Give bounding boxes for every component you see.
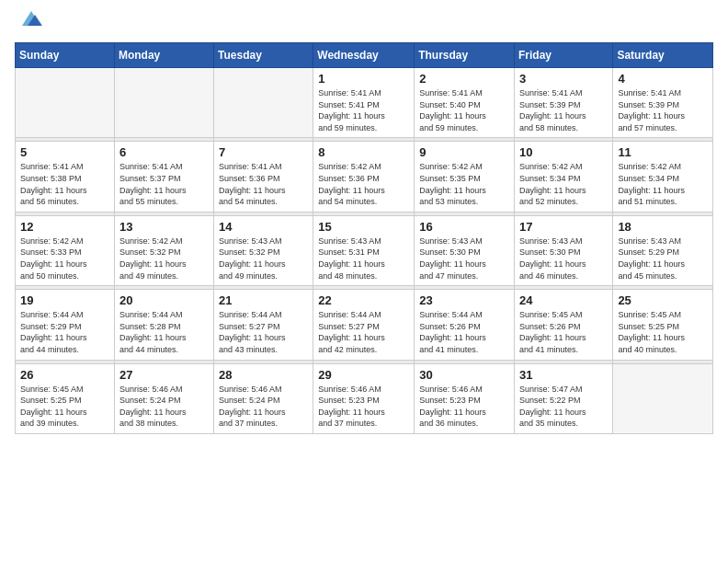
day-info: Sunrise: 5:41 AM Sunset: 5:41 PM Dayligh… [318, 87, 409, 133]
calendar-week-5: 26Sunrise: 5:45 AM Sunset: 5:25 PM Dayli… [16, 363, 713, 433]
calendar-cell: 3Sunrise: 5:41 AM Sunset: 5:39 PM Daylig… [514, 68, 612, 138]
calendar-cell: 11Sunrise: 5:42 AM Sunset: 5:34 PM Dayli… [613, 142, 713, 212]
calendar-cell: 23Sunrise: 5:44 AM Sunset: 5:26 PM Dayli… [415, 290, 515, 360]
day-number: 3 [519, 72, 608, 86]
day-info: Sunrise: 5:47 AM Sunset: 5:22 PM Dayligh… [519, 384, 608, 430]
calendar-week-4: 19Sunrise: 5:44 AM Sunset: 5:29 PM Dayli… [16, 290, 713, 360]
calendar-cell: 14Sunrise: 5:43 AM Sunset: 5:32 PM Dayli… [214, 215, 313, 285]
weekday-header-sunday: Sunday [16, 43, 115, 68]
day-number: 24 [519, 293, 608, 307]
day-number: 30 [419, 368, 509, 382]
calendar-week-3: 12Sunrise: 5:42 AM Sunset: 5:33 PM Dayli… [16, 215, 713, 285]
calendar-cell: 16Sunrise: 5:43 AM Sunset: 5:30 PM Dayli… [415, 215, 515, 285]
day-info: Sunrise: 5:44 AM Sunset: 5:27 PM Dayligh… [318, 309, 409, 355]
calendar-cell: 17Sunrise: 5:43 AM Sunset: 5:30 PM Dayli… [514, 215, 612, 285]
day-number: 31 [519, 368, 608, 382]
day-info: Sunrise: 5:42 AM Sunset: 5:35 PM Dayligh… [419, 161, 509, 207]
day-info: Sunrise: 5:43 AM Sunset: 5:32 PM Dayligh… [219, 236, 308, 282]
calendar-cell: 19Sunrise: 5:44 AM Sunset: 5:29 PM Dayli… [16, 290, 115, 360]
day-number: 19 [20, 293, 109, 307]
day-info: Sunrise: 5:45 AM Sunset: 5:25 PM Dayligh… [20, 384, 109, 430]
day-number: 25 [618, 293, 708, 307]
calendar-cell: 18Sunrise: 5:43 AM Sunset: 5:29 PM Dayli… [613, 215, 713, 285]
day-number: 5 [20, 145, 109, 159]
day-number: 28 [219, 368, 308, 382]
day-info: Sunrise: 5:45 AM Sunset: 5:26 PM Dayligh… [519, 309, 608, 355]
day-number: 20 [119, 293, 209, 307]
weekday-header-friday: Friday [514, 43, 612, 68]
day-info: Sunrise: 5:43 AM Sunset: 5:31 PM Dayligh… [318, 236, 409, 282]
calendar-cell: 2Sunrise: 5:41 AM Sunset: 5:40 PM Daylig… [415, 68, 515, 138]
weekday-header-monday: Monday [114, 43, 213, 68]
calendar-cell [214, 68, 313, 138]
calendar-cell: 22Sunrise: 5:44 AM Sunset: 5:27 PM Dayli… [313, 290, 415, 360]
day-info: Sunrise: 5:44 AM Sunset: 5:28 PM Dayligh… [119, 309, 209, 355]
day-info: Sunrise: 5:42 AM Sunset: 5:36 PM Dayligh… [318, 161, 409, 207]
calendar-cell: 24Sunrise: 5:45 AM Sunset: 5:26 PM Dayli… [514, 290, 612, 360]
day-number: 12 [20, 220, 109, 234]
day-number: 14 [219, 220, 308, 234]
day-info: Sunrise: 5:43 AM Sunset: 5:30 PM Dayligh… [519, 236, 608, 282]
day-info: Sunrise: 5:44 AM Sunset: 5:27 PM Dayligh… [219, 309, 308, 355]
calendar-cell: 26Sunrise: 5:45 AM Sunset: 5:25 PM Dayli… [16, 363, 115, 433]
day-info: Sunrise: 5:41 AM Sunset: 5:39 PM Dayligh… [618, 87, 708, 133]
day-number: 22 [318, 293, 409, 307]
calendar-cell: 13Sunrise: 5:42 AM Sunset: 5:32 PM Dayli… [114, 215, 213, 285]
calendar-cell: 5Sunrise: 5:41 AM Sunset: 5:38 PM Daylig… [16, 142, 115, 212]
calendar-cell: 28Sunrise: 5:46 AM Sunset: 5:24 PM Dayli… [214, 363, 313, 433]
day-number: 18 [618, 220, 708, 234]
day-number: 17 [519, 220, 608, 234]
day-info: Sunrise: 5:46 AM Sunset: 5:24 PM Dayligh… [119, 384, 209, 430]
calendar-cell: 29Sunrise: 5:46 AM Sunset: 5:23 PM Dayli… [313, 363, 415, 433]
day-info: Sunrise: 5:41 AM Sunset: 5:38 PM Dayligh… [20, 161, 109, 207]
calendar-cell: 1Sunrise: 5:41 AM Sunset: 5:41 PM Daylig… [313, 68, 415, 138]
day-info: Sunrise: 5:43 AM Sunset: 5:30 PM Dayligh… [419, 236, 509, 282]
calendar-cell: 21Sunrise: 5:44 AM Sunset: 5:27 PM Dayli… [214, 290, 313, 360]
day-number: 13 [119, 220, 209, 234]
day-info: Sunrise: 5:42 AM Sunset: 5:34 PM Dayligh… [618, 161, 708, 207]
day-info: Sunrise: 5:41 AM Sunset: 5:39 PM Dayligh… [519, 87, 608, 133]
page-header [15, 15, 713, 31]
day-number: 27 [119, 368, 209, 382]
logo-icon [18, 9, 44, 31]
weekday-header-thursday: Thursday [415, 43, 515, 68]
day-number: 2 [419, 72, 509, 86]
calendar-cell: 4Sunrise: 5:41 AM Sunset: 5:39 PM Daylig… [613, 68, 713, 138]
calendar-cell: 10Sunrise: 5:42 AM Sunset: 5:34 PM Dayli… [514, 142, 612, 212]
day-info: Sunrise: 5:42 AM Sunset: 5:34 PM Dayligh… [519, 161, 608, 207]
day-info: Sunrise: 5:41 AM Sunset: 5:37 PM Dayligh… [119, 161, 209, 207]
day-info: Sunrise: 5:41 AM Sunset: 5:36 PM Dayligh… [219, 161, 308, 207]
day-number: 7 [219, 145, 308, 159]
day-info: Sunrise: 5:45 AM Sunset: 5:25 PM Dayligh… [618, 309, 708, 355]
calendar-cell: 30Sunrise: 5:46 AM Sunset: 5:23 PM Dayli… [415, 363, 515, 433]
day-info: Sunrise: 5:46 AM Sunset: 5:23 PM Dayligh… [419, 384, 509, 430]
day-info: Sunrise: 5:41 AM Sunset: 5:40 PM Dayligh… [419, 87, 509, 133]
day-number: 26 [20, 368, 109, 382]
calendar-cell: 31Sunrise: 5:47 AM Sunset: 5:22 PM Dayli… [514, 363, 612, 433]
day-number: 29 [318, 368, 409, 382]
calendar-week-1: 1Sunrise: 5:41 AM Sunset: 5:41 PM Daylig… [16, 68, 713, 138]
calendar-cell: 20Sunrise: 5:44 AM Sunset: 5:28 PM Dayli… [114, 290, 213, 360]
weekday-header-tuesday: Tuesday [214, 43, 313, 68]
day-number: 21 [219, 293, 308, 307]
day-number: 6 [119, 145, 209, 159]
day-info: Sunrise: 5:46 AM Sunset: 5:23 PM Dayligh… [318, 384, 409, 430]
day-info: Sunrise: 5:43 AM Sunset: 5:29 PM Dayligh… [618, 236, 708, 282]
day-number: 1 [318, 72, 409, 86]
calendar-cell [16, 68, 115, 138]
day-number: 8 [318, 145, 409, 159]
day-info: Sunrise: 5:44 AM Sunset: 5:26 PM Dayligh… [419, 309, 509, 355]
calendar-table: SundayMondayTuesdayWednesdayThursdayFrid… [15, 42, 713, 434]
calendar-cell [613, 363, 713, 433]
weekday-header-row: SundayMondayTuesdayWednesdayThursdayFrid… [16, 43, 713, 68]
calendar-cell: 6Sunrise: 5:41 AM Sunset: 5:37 PM Daylig… [114, 142, 213, 212]
calendar-cell: 9Sunrise: 5:42 AM Sunset: 5:35 PM Daylig… [415, 142, 515, 212]
day-number: 10 [519, 145, 608, 159]
weekday-header-wednesday: Wednesday [313, 43, 415, 68]
day-number: 15 [318, 220, 409, 234]
day-number: 23 [419, 293, 509, 307]
day-number: 16 [419, 220, 509, 234]
calendar-week-2: 5Sunrise: 5:41 AM Sunset: 5:38 PM Daylig… [16, 142, 713, 212]
calendar-cell: 25Sunrise: 5:45 AM Sunset: 5:25 PM Dayli… [613, 290, 713, 360]
calendar-cell: 27Sunrise: 5:46 AM Sunset: 5:24 PM Dayli… [114, 363, 213, 433]
